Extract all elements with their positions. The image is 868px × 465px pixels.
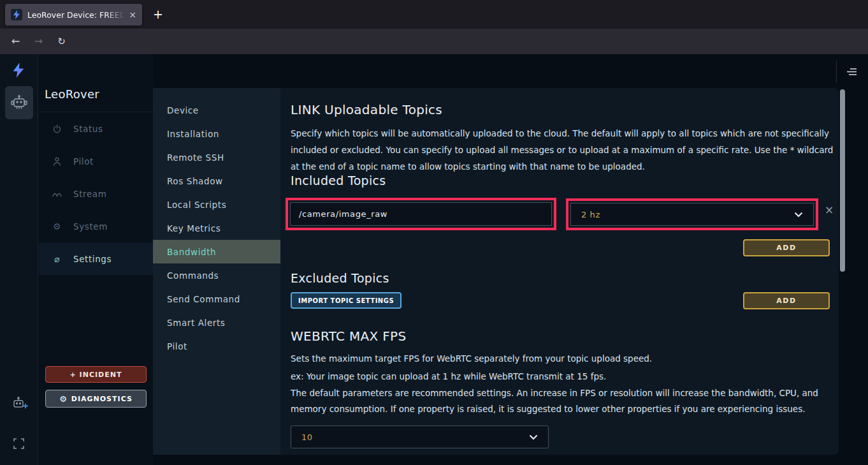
appbar-divider: [836, 61, 837, 83]
remove-topic-button[interactable]: ×: [821, 203, 837, 216]
browser-tab[interactable]: LeoRover Device: FREED ×: [5, 4, 142, 26]
sidebar-item-label: Stream: [73, 189, 106, 199]
sidebar-item-stream[interactable]: Stream: [39, 177, 153, 210]
excluded-topics-title: Excluded Topics: [291, 271, 389, 285]
submenu-item-pilot[interactable]: Pilot: [153, 334, 280, 358]
gear-icon: ⚙: [52, 221, 62, 232]
section-title-link-uploadable-topics: LINK Uploadable Topics: [291, 102, 442, 117]
browser-toolbar: ← → ↻ https://app.freedomrobotics.ai: [0, 29, 868, 54]
diagnostics-label: DIAGNOSTICS: [71, 395, 133, 403]
topic-rate-highlight: 2 hz: [566, 198, 818, 230]
sidebar-item-label: Settings: [73, 254, 112, 264]
submenu-item-local-scripts[interactable]: Local Scripts: [153, 193, 280, 216]
device-selector-button[interactable]: [5, 86, 33, 119]
submenu-item-smart-alerts[interactable]: Smart Alerts: [153, 311, 280, 334]
submenu-item-ros-shadow[interactable]: Ros Shadow: [153, 169, 280, 193]
link-topics-description: Specify which topics will be automatical…: [291, 125, 836, 175]
app-rail: [0, 54, 38, 465]
fps-select[interactable]: 10: [291, 425, 549, 448]
add-device-icon[interactable]: [10, 395, 29, 415]
fullscreen-icon[interactable]: [13, 438, 24, 452]
submenu-item-bandwidth[interactable]: Bandwidth: [153, 240, 280, 263]
freedom-robotics-favicon: [11, 9, 22, 20]
webrtc-description-1: Sets the maximum target FPS for WebRTC s…: [291, 350, 836, 367]
person-icon: [52, 157, 62, 166]
freedom-robotics-app: LeoRover Status Pilot: [0, 54, 868, 465]
chevron-down-icon: [529, 434, 538, 440]
excluded-add-button[interactable]: ADD: [743, 292, 830, 309]
tab-title: LeoRover Device: FREED: [27, 10, 127, 20]
sidebar-item-settings[interactable]: ⌀ Settings: [39, 242, 153, 275]
new-tab-button[interactable]: +: [149, 6, 167, 24]
chevron-down-icon: [794, 212, 803, 218]
included-topics-title: Included Topics: [291, 173, 386, 188]
submenu-item-key-metrics[interactable]: Key Metrics: [153, 216, 280, 240]
content-scrollbar[interactable]: [840, 89, 845, 272]
included-add-button[interactable]: ADD: [743, 239, 830, 256]
robot-icon: [10, 95, 28, 110]
gears-icon: ⚙: [59, 394, 68, 404]
reload-button[interactable]: ↻: [53, 33, 70, 50]
import-topic-settings-button[interactable]: IMPORT TOPIC SETTINGS: [291, 292, 401, 309]
submenu-item-device[interactable]: Device: [153, 98, 280, 122]
stream-waves-icon: [52, 190, 62, 197]
settings-submenu: Device Installation Remote SSH Ros Shado…: [153, 88, 280, 455]
settings-icon: ⌀: [52, 254, 62, 264]
topic-name-input[interactable]: [290, 202, 552, 226]
webrtc-max-fps-title: WEBRTC MAX FPS: [291, 328, 406, 344]
webrtc-description-2: ex: Your image topic can upload at 1 hz …: [291, 368, 836, 385]
rate-select-value: 2 hz: [581, 210, 600, 219]
webrtc-description-3: The default parameters are recommended s…: [291, 385, 836, 417]
device-sidebar: LeoRover Status Pilot: [39, 54, 153, 465]
fps-select-value: 10: [301, 432, 313, 442]
browser-tab-bar: LeoRover Device: FREED × +: [0, 0, 868, 29]
sidebar-item-system[interactable]: ⚙ System: [39, 210, 153, 242]
diagnostics-button[interactable]: ⚙ DIAGNOSTICS: [45, 390, 147, 408]
tab-close-icon[interactable]: ×: [129, 10, 136, 20]
logs-filter-icon[interactable]: [845, 66, 857, 78]
submenu-item-remote-ssh[interactable]: Remote SSH: [153, 145, 280, 169]
back-button[interactable]: ←: [7, 33, 24, 50]
freedom-logo-icon[interactable]: [12, 63, 25, 80]
sidebar-item-label: Pilot: [73, 156, 94, 166]
sidebar-item-status[interactable]: Status: [39, 112, 153, 145]
topic-name-highlight: [286, 198, 556, 230]
submenu-item-installation[interactable]: Installation: [153, 122, 280, 145]
sidebar-item-label: Status: [73, 124, 103, 134]
incident-button[interactable]: + INCIDENT: [45, 366, 147, 383]
sidebar-item-pilot[interactable]: Pilot: [39, 145, 153, 177]
forward-button[interactable]: →: [30, 33, 47, 50]
sidebar-item-label: System: [73, 221, 108, 232]
rate-select[interactable]: 2 hz: [570, 203, 814, 226]
bandwidth-settings-panel: LINK Uploadable Topics Specify which top…: [280, 88, 839, 455]
device-name: LeoRover: [45, 87, 99, 101]
device-nav: Status Pilot Stream ⚙ System: [39, 112, 153, 275]
submenu-item-commands[interactable]: Commands: [153, 263, 280, 287]
power-icon: [52, 124, 62, 133]
submenu-item-send-command[interactable]: Send Command: [153, 287, 280, 311]
